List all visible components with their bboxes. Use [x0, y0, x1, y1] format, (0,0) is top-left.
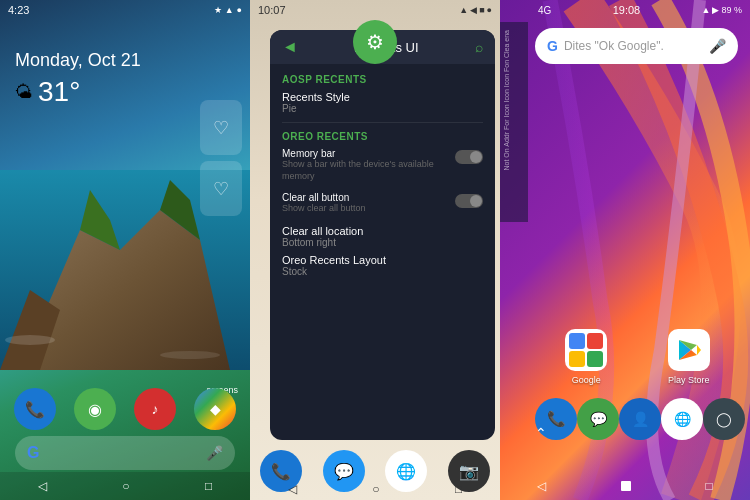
panel2-navbar: ◁ ○ □: [250, 478, 500, 500]
panel1-date: Monday, Oct 21: [0, 20, 250, 71]
memory-bar-desc: Show a bar with the device's available m…: [282, 159, 455, 182]
google-dot-red: [587, 333, 603, 349]
google-dot-blue: [569, 333, 585, 349]
panel2-screen: 10:07 ▲◀■● ◄ Recents UI ⌕ AOSP recents R…: [250, 0, 500, 500]
panel3-chrome-icon[interactable]: 🌐: [661, 398, 703, 440]
google-cluster-icon: [565, 329, 607, 371]
panel3-network: 4G: [538, 5, 551, 16]
panel3-recents-button[interactable]: □: [705, 479, 712, 493]
memory-bar-row[interactable]: Memory bar Show a bar with the device's …: [282, 148, 483, 182]
settings-gear-icon[interactable]: ⚙: [353, 20, 397, 64]
playstore-svg: [675, 336, 703, 364]
panel1-screen: 4:23 ★ ▲ ● Monday, Oct 21 🌤 31° ♡ ♡ scre…: [0, 0, 250, 500]
panel3-status-icons: ▲ ▶ 89 %: [702, 5, 742, 15]
aosp-section-title: AOSP recents: [282, 74, 483, 85]
heart-icon-2: ♡: [213, 178, 229, 200]
memory-bar-label: Memory bar: [282, 148, 455, 159]
panel1-time: 4:23: [8, 4, 29, 16]
weather-temp: 31°: [38, 76, 80, 108]
panel2-status-icons: ▲◀■●: [459, 5, 492, 15]
panel3-search-bar[interactable]: G Dites "Ok Google". 🎤: [535, 28, 738, 64]
clear-all-row[interactable]: Clear all button Show clear all button: [282, 192, 483, 215]
panel1-navbar: ◁ ○ □: [0, 472, 250, 500]
clear-all-desc: Show clear all button: [282, 203, 455, 215]
svg-point-4: [160, 351, 220, 359]
panel2-recents-button[interactable]: □: [455, 482, 462, 496]
panel3-contacts-icon[interactable]: 👤: [619, 398, 661, 440]
recents-back-arrow[interactable]: ◄: [282, 38, 298, 56]
panel1-card-1: ♡: [200, 100, 242, 155]
google-g-logo: G: [27, 444, 39, 462]
clear-all-label: Clear all button: [282, 192, 455, 203]
recents-button[interactable]: □: [205, 479, 212, 493]
playstore-icon: [668, 329, 710, 371]
search-placeholder-text: Dites "Ok Google".: [564, 39, 703, 53]
panel3-sms-icon[interactable]: 💬: [577, 398, 619, 440]
panel3-back-button[interactable]: ◁: [537, 479, 546, 493]
heart-icon-1: ♡: [213, 117, 229, 139]
recents-style-label: Recents Style: [282, 91, 483, 103]
svg-point-3: [5, 335, 55, 345]
google-app-group[interactable]: Google: [565, 329, 607, 385]
back-button[interactable]: ◁: [38, 479, 47, 493]
recents-ui-panel: ◄ Recents UI ⌕ AOSP recents Recents Styl…: [270, 30, 495, 440]
memory-bar-text: Memory bar Show a bar with the device's …: [282, 148, 455, 182]
weather-icon: 🌤: [15, 82, 33, 103]
clear-all-loc-value: Bottom right: [282, 237, 483, 248]
svg-marker-10: [697, 345, 701, 355]
oreo-layout-item[interactable]: Oreo Recents Layout Stock: [282, 254, 483, 277]
clear-all-location-item[interactable]: Clear all location Bottom right: [282, 225, 483, 248]
panel1-dock-icons: 📞 ◉ ♪ ◆: [14, 388, 236, 430]
panel1-cards: ♡ ♡: [200, 100, 242, 216]
playstore-app-label: Play Store: [668, 375, 710, 385]
mic-icon[interactable]: 🎤: [206, 445, 223, 461]
panel1-search-bar[interactable]: G 🎤: [15, 436, 235, 470]
panel3-device-icon[interactable]: ◯: [703, 398, 745, 440]
oreo-layout-label: Oreo Recents Layout: [282, 254, 483, 266]
clear-all-toggle[interactable]: [455, 194, 483, 208]
panel3-screen: Not On Addr For Icon Icon Icon Fon Clea …: [500, 0, 750, 500]
panel1-dock: 📞 ◉ ♪ ◆ G 🎤: [0, 388, 250, 470]
google-dot-yellow: [569, 351, 585, 367]
panel3-navbar: ◁ □: [500, 472, 750, 500]
panel3-statusbar: 4G 19:08 ▲ ▶ 89 %: [500, 0, 750, 20]
daydream-icon[interactable]: ◉: [74, 388, 116, 430]
panel1-status-icons: ★ ▲ ●: [214, 5, 242, 15]
panel3-time: 19:08: [613, 4, 641, 16]
panel2-statusbar: 10:07 ▲◀■●: [250, 0, 500, 20]
panel3-bottom-icons: 📞 💬 👤 🌐 ◯: [535, 398, 745, 440]
recents-header-icons: ⌕: [475, 39, 483, 55]
youtube-music-icon[interactable]: ♪: [134, 388, 176, 430]
google-app-label: Google: [572, 375, 601, 385]
chevron-up-icon: ⌃: [535, 424, 547, 442]
recents-style-value: Pie: [282, 103, 483, 114]
side-panel-text: Not On Addr For Icon Icon Icon Fon Clea …: [502, 30, 512, 170]
panel2-back-button[interactable]: ◁: [288, 482, 297, 496]
google-dot-green: [587, 351, 603, 367]
panel3-side-strip: Not On Addr For Icon Icon Icon Fon Clea …: [500, 22, 528, 222]
clear-all-loc-label: Clear all location: [282, 225, 483, 237]
panel3-home-button[interactable]: [621, 481, 631, 491]
playstore-app-group[interactable]: Play Store: [668, 329, 710, 385]
recents-body: AOSP recents Recents Style Pie Oreo rece…: [270, 64, 495, 434]
oreo-layout-value: Stock: [282, 266, 483, 277]
home-button[interactable]: ○: [122, 479, 129, 493]
panel1-card-2: ♡: [200, 161, 242, 216]
recents-style-item[interactable]: Recents Style Pie: [282, 91, 483, 114]
panel3-google-g: G: [547, 38, 558, 54]
memory-bar-toggle[interactable]: [455, 150, 483, 164]
panel2-home-button[interactable]: ○: [372, 482, 379, 496]
panel2-time: 10:07: [258, 4, 286, 16]
clear-all-text: Clear all button Show clear all button: [282, 192, 455, 215]
panel3-app-icons: Google: [535, 329, 740, 385]
panel3-mic-icon[interactable]: 🎤: [709, 38, 726, 54]
phone-icon[interactable]: 📞: [14, 388, 56, 430]
oreo-section-title: Oreo recents: [282, 131, 483, 142]
recents-divider-1: [282, 122, 483, 123]
assistant-icon[interactable]: ◆: [194, 388, 236, 430]
recents-search-icon[interactable]: ⌕: [475, 39, 483, 55]
panel1-statusbar: 4:23 ★ ▲ ●: [0, 0, 250, 20]
